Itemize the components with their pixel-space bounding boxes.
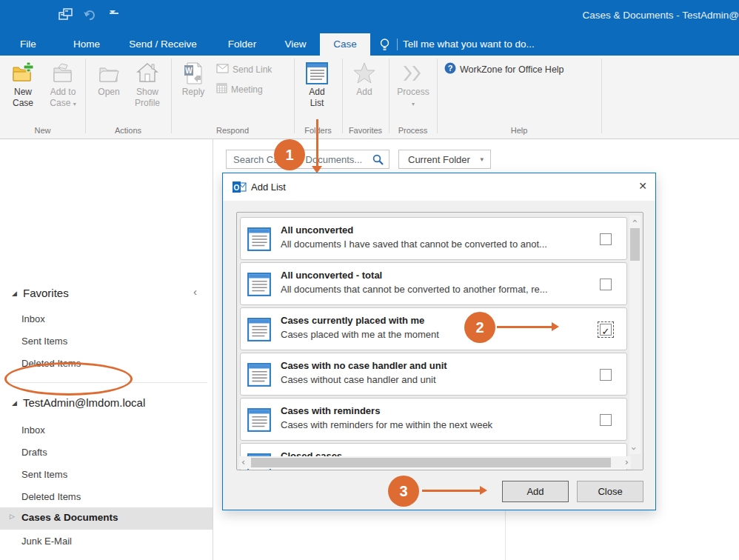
annotation-arrowhead-3 — [480, 486, 487, 495]
tab-home[interactable]: Home — [64, 33, 110, 56]
add-list-button[interactable]: Add List — [297, 59, 337, 125]
add-to-case-icon — [43, 59, 83, 87]
scroll-left-icon[interactable]: ‹ — [241, 457, 245, 467]
add-to-case-button[interactable]: Add to Case ▾ — [43, 59, 83, 125]
tab-file[interactable]: File — [10, 33, 46, 56]
scroll-right-icon[interactable]: › — [625, 457, 629, 467]
new-case-button[interactable]: New Case — [3, 59, 43, 125]
list-item-description: All documents that cannot be converted t… — [281, 284, 548, 295]
annotation-ellipse-cases-documents — [4, 362, 133, 396]
list-icon — [247, 407, 272, 436]
list-box: All unconverted All documents I have sav… — [236, 212, 643, 470]
checkbox[interactable] — [600, 414, 612, 426]
checkbox[interactable] — [600, 233, 612, 245]
sidebar-item-inbox[interactable]: Inbox — [0, 421, 213, 441]
expanded-triangle-icon: ◢ — [12, 290, 17, 297]
search-icon[interactable] — [372, 154, 384, 168]
list-item-name: Cases with reminders — [281, 405, 380, 416]
tab-folder[interactable]: Folder — [216, 33, 268, 56]
list-item-description: Cases placed with me at the moment — [281, 329, 439, 340]
dropdown-icon: ▾ — [412, 101, 415, 107]
list-icon — [247, 317, 272, 345]
tellme-box[interactable]: Tell me what you want to do... — [403, 39, 535, 50]
sidebar-item-junk[interactable]: Junk E-Mail — [0, 532, 213, 552]
open-button[interactable]: Open — [89, 59, 129, 125]
calendar-icon — [216, 83, 227, 98]
annotation-step-3: 3 — [388, 476, 419, 507]
add-favorite-button[interactable]: Add — [344, 59, 384, 125]
list-item[interactable]: All unconverted All documents I have sav… — [240, 217, 627, 260]
svg-text:?: ? — [448, 64, 453, 73]
close-button[interactable]: Close — [577, 481, 643, 502]
vertical-scrollbar[interactable]: › › — [629, 216, 641, 454]
house-icon — [127, 59, 167, 87]
list-item-name: All unconverted — [281, 224, 353, 236]
list-item[interactable]: Cases with no case handler and unit Case… — [240, 353, 627, 396]
annotation-arrow-1 — [316, 119, 318, 167]
new-case-icon — [3, 59, 43, 87]
pane-border — [213, 139, 213, 560]
account-header[interactable]: ◢ TestAdmin@lmdom.local — [0, 396, 213, 415]
process-button[interactable]: Process ▾ — [393, 59, 433, 125]
sidebar-item-cases-documents[interactable]: ▷ Cases & Documents — [0, 507, 213, 530]
tab-view[interactable]: View — [272, 33, 318, 56]
annotation-arrow-2 — [497, 326, 552, 328]
list-item-description: Cases without case handler and unit — [281, 374, 436, 385]
annotation-arrowhead-2 — [552, 322, 559, 331]
ribbon: New Case Add to Case ▾ Open Show Profile… — [0, 56, 739, 139]
add-list-dialog: O Add List ✕ All unconverted All documen… — [222, 173, 656, 510]
open-folder-icon — [89, 59, 129, 87]
dialog-title-bar[interactable]: O Add List ✕ — [223, 173, 655, 201]
list-item-description: Cases with reminders for me within the n… — [281, 419, 492, 430]
customize-quick-access-icon[interactable] — [110, 13, 118, 27]
chevron-down-icon: ▾ — [480, 156, 484, 163]
ribbon-tab-row: File Home Send / Receive Folder View Cas… — [0, 33, 739, 56]
window-title: Cases & Documents - TestAdmin@ — [582, 10, 739, 21]
add-button[interactable]: Add — [502, 481, 569, 502]
tab-case[interactable]: Case — [320, 33, 370, 56]
sidebar-item-sent-fav[interactable]: Sent Items — [0, 332, 213, 352]
search-scope-dropdown[interactable]: Current Folder ▾ — [398, 150, 491, 169]
annotation-arrowhead-1 — [312, 166, 322, 173]
list-item[interactable]: All unconverted - total All documents th… — [240, 262, 627, 305]
folder-pane: ‹ ◢ Favorites Inbox Sent Items Deleted I… — [0, 139, 213, 560]
sidebar-item-sent-items[interactable]: Sent Items — [0, 465, 213, 485]
group-divider — [294, 59, 295, 133]
list-item[interactable]: Cases currently placed with me Cases pla… — [240, 307, 627, 350]
scroll-down-icon[interactable]: › — [629, 447, 639, 450]
undo-icon[interactable] — [83, 9, 96, 23]
scrollbar-thumb[interactable] — [630, 228, 640, 261]
sidebar-item-deleted-items[interactable]: Deleted Items — [0, 487, 213, 507]
checkbox-checked[interactable] — [600, 324, 612, 336]
checkbox[interactable] — [600, 279, 612, 290]
lightbulb-icon — [379, 38, 390, 55]
workzone-help-button[interactable]: ? WorkZone for Office Help — [444, 62, 564, 77]
group-label-help: Help — [437, 126, 601, 136]
favorites-header[interactable]: ◢ Favorites — [0, 286, 213, 305]
checkbox[interactable] — [600, 369, 612, 381]
show-profile-button[interactable]: Show Profile — [127, 59, 167, 125]
help-icon: ? — [444, 62, 456, 79]
dialog-title: Add List — [251, 181, 286, 193]
meeting-button[interactable]: Meeting — [216, 82, 263, 97]
svg-text:W: W — [185, 67, 193, 75]
reply-button[interactable]: W Reply — [173, 59, 213, 125]
collapsed-triangle-icon[interactable]: ▷ — [10, 513, 15, 520]
list-item-name: Cases currently placed with me — [281, 315, 424, 326]
expanded-triangle-icon: ◢ — [12, 399, 17, 407]
list-icon — [247, 362, 272, 390]
scroll-up-icon[interactable]: › — [629, 219, 639, 223]
envelope-icon — [216, 63, 229, 78]
search-box[interactable] — [226, 150, 389, 169]
tab-send-receive[interactable]: Send / Receive — [117, 33, 209, 56]
send-link-button[interactable]: Send Link — [216, 62, 272, 77]
group-divider — [342, 59, 343, 133]
sidebar-item-outbox[interactable]: Outbox — [0, 554, 213, 560]
scrollbar-thumb[interactable] — [251, 458, 611, 467]
close-icon[interactable]: ✕ — [638, 180, 647, 192]
sidebar-item-inbox-fav[interactable]: Inbox — [0, 310, 213, 330]
sidebar-item-drafts[interactable]: Drafts — [0, 443, 213, 463]
horizontal-scrollbar[interactable]: ‹ › — [239, 456, 631, 469]
outlook-quick-access-icon[interactable] — [58, 7, 74, 25]
list-item[interactable]: Cases with reminders Cases with reminder… — [240, 398, 627, 441]
